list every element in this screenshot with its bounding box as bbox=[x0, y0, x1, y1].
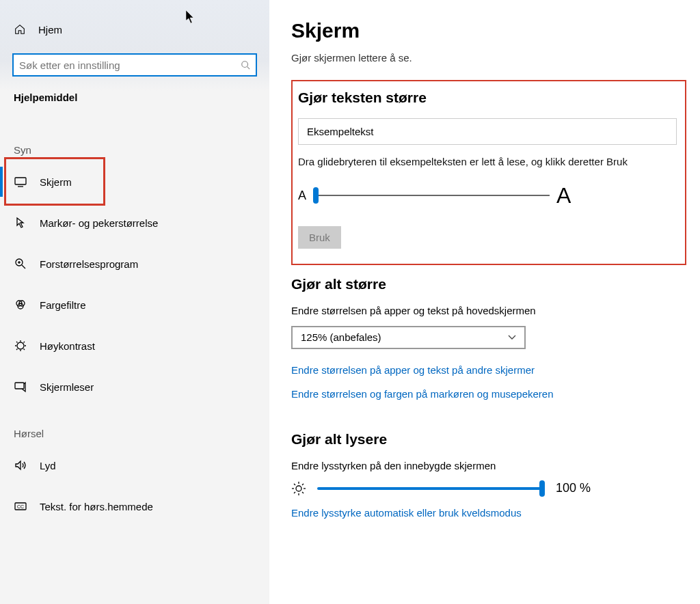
sidebar-item-label: Skjermleser bbox=[40, 381, 94, 393]
sample-text-box: Eksempeltekst bbox=[298, 118, 677, 145]
sidebar-item-label: Lyd bbox=[40, 460, 56, 471]
section-heading-text-bigger: Gjør teksten større bbox=[298, 90, 677, 106]
annotation-highlight-box: Gjør teksten større Eksempeltekst Dra gl… bbox=[291, 80, 686, 265]
section-heading-brighter: Gjør alt lysere bbox=[291, 431, 686, 448]
text-size-slider[interactable]: A A bbox=[298, 183, 677, 208]
sidebar-item-markor[interactable]: Markør- og pekerstørrelse bbox=[0, 202, 269, 243]
brightness-desc: Endre lysstyrken på den innebygde skjerm… bbox=[291, 460, 686, 471]
slider-hint-text: Dra glidebryteren til eksempelteksten er… bbox=[298, 154, 677, 169]
svg-point-11 bbox=[17, 342, 24, 349]
brightness-icon bbox=[291, 481, 306, 496]
sidebar-item-fargefiltre[interactable]: Fargefiltre bbox=[0, 284, 269, 325]
big-a-label: A bbox=[556, 183, 571, 208]
page-title: Skjerm bbox=[291, 19, 686, 42]
sidebar-section-title: Hjelpemiddel bbox=[0, 77, 269, 103]
sidebar-item-skjermleser[interactable]: Skjermleser bbox=[0, 366, 269, 407]
sidebar-item-label: Skjerm bbox=[40, 176, 72, 188]
sidebar-nav-list: Skjerm Markør- og pekerstørrelse Forstør… bbox=[0, 161, 269, 407]
closed-captions-icon: CC bbox=[14, 499, 27, 513]
svg-rect-20 bbox=[15, 383, 24, 389]
svg-line-1 bbox=[247, 67, 250, 70]
brightness-slider[interactable] bbox=[317, 482, 545, 495]
link-brightness-auto[interactable]: Endre lysstyrke automatisk eller bruk kv… bbox=[291, 507, 522, 519]
search-input[interactable] bbox=[14, 59, 235, 71]
main-content: Skjerm Gjør skjermen lettere å se. Gjør … bbox=[269, 0, 700, 604]
svg-line-17 bbox=[24, 349, 25, 351]
brightness-slider-row: 100 % bbox=[291, 481, 686, 496]
slider-thumb[interactable] bbox=[313, 187, 319, 204]
sidebar-item-label: Forstørrelsesprogram bbox=[40, 258, 138, 270]
sidebar-item-hoykontrast[interactable]: Høykontrast bbox=[0, 325, 269, 366]
brightness-value: 100 % bbox=[556, 481, 591, 495]
home-icon bbox=[14, 23, 26, 36]
svg-line-5 bbox=[22, 265, 25, 269]
sidebar-category-horsel: Hørsel bbox=[0, 407, 269, 445]
svg-point-0 bbox=[242, 61, 248, 68]
svg-line-18 bbox=[16, 349, 18, 351]
svg-line-30 bbox=[294, 492, 295, 493]
svg-rect-2 bbox=[15, 178, 26, 184]
cursor-size-icon bbox=[14, 216, 27, 230]
svg-line-19 bbox=[24, 342, 25, 343]
link-cursor-settings[interactable]: Endre størrelsen og fargen på markøren o… bbox=[291, 388, 554, 400]
apply-button: Bruk bbox=[298, 226, 341, 249]
high-contrast-icon bbox=[14, 339, 27, 353]
color-filter-icon bbox=[14, 298, 27, 312]
link-other-screens[interactable]: Endre størrelsen på apper og tekst på an… bbox=[291, 364, 535, 376]
svg-line-28 bbox=[294, 484, 295, 485]
svg-line-29 bbox=[302, 492, 304, 493]
all-bigger-desc: Endre størrelsen på apper og tekst på ho… bbox=[291, 305, 686, 316]
sidebar-item-skjerm[interactable]: Skjerm bbox=[0, 161, 269, 202]
search-input-wrapper[interactable] bbox=[12, 53, 257, 77]
svg-text:CC: CC bbox=[17, 504, 24, 509]
settings-sidebar: Hjem Hjelpemiddel Syn Skjerm Markør- og … bbox=[0, 0, 269, 604]
brightness-slider-thumb[interactable] bbox=[539, 480, 545, 497]
svg-point-23 bbox=[296, 486, 301, 491]
sidebar-nav-list: Lyd CC Tekst. for hørs.hemmede bbox=[0, 445, 269, 527]
small-a-label: A bbox=[298, 189, 306, 203]
scale-select[interactable]: 125% (anbefales) bbox=[291, 326, 526, 349]
svg-line-16 bbox=[16, 342, 18, 343]
sidebar-item-label: Høykontrast bbox=[40, 340, 95, 352]
magnifier-icon bbox=[14, 257, 27, 271]
sidebar-item-label: Fargefiltre bbox=[40, 299, 86, 311]
search-icon bbox=[235, 60, 256, 70]
sidebar-item-label: Tekst. for hørs.hemmede bbox=[40, 501, 153, 512]
chevron-down-icon bbox=[508, 335, 516, 340]
sidebar-item-label: Markør- og pekerstørrelse bbox=[40, 217, 158, 229]
narrator-icon bbox=[14, 380, 27, 394]
sound-icon bbox=[14, 458, 27, 472]
monitor-icon bbox=[14, 175, 27, 189]
nav-home[interactable]: Hjem bbox=[0, 18, 269, 41]
sidebar-item-lyd[interactable]: Lyd bbox=[0, 445, 269, 486]
slider-track[interactable] bbox=[313, 189, 550, 202]
sidebar-item-tekst-hors[interactable]: CC Tekst. for hørs.hemmede bbox=[0, 486, 269, 527]
page-subtitle: Gjør skjermen lettere å se. bbox=[291, 52, 686, 64]
svg-line-31 bbox=[302, 484, 304, 485]
sidebar-category-syn: Syn bbox=[0, 103, 269, 161]
section-heading-all-bigger: Gjør alt større bbox=[291, 276, 686, 292]
nav-home-label: Hjem bbox=[38, 24, 62, 36]
scale-select-value: 125% (anbefales) bbox=[301, 331, 381, 343]
sidebar-item-forstorrelse[interactable]: Forstørrelsesprogram bbox=[0, 243, 269, 284]
